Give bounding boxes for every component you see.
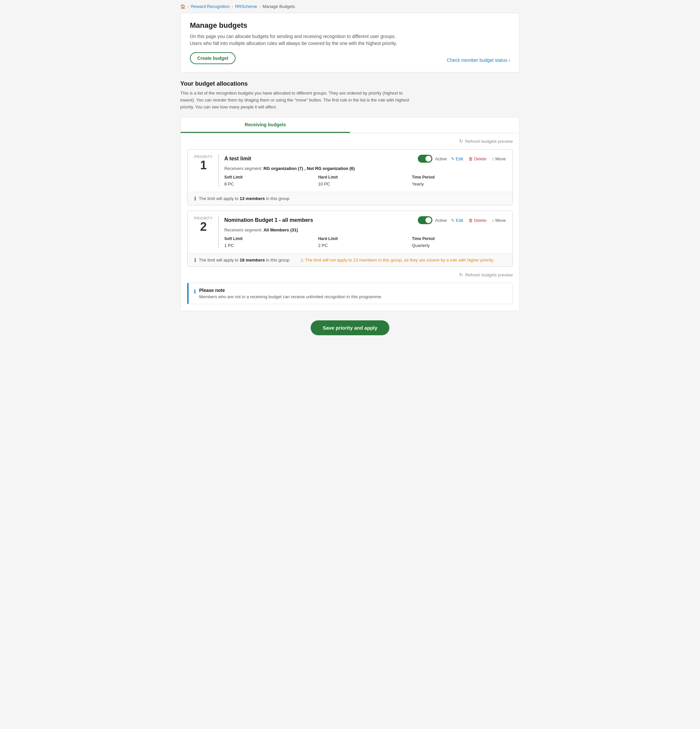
priority-col-2: Priority 2	[194, 216, 219, 248]
top-card: Manage budgets On this page you can allo…	[180, 13, 520, 73]
save-priority-apply-button[interactable]: Save priority and apply	[311, 320, 389, 335]
segment-row-2: Receivers segment: All Members (31)	[224, 228, 506, 232]
edit-button-2[interactable]: ✎ Edit	[451, 218, 463, 223]
footer-warning-2: ⚠ The limit will not apply to 13 members…	[300, 257, 494, 263]
priority-number-2: 2	[200, 221, 207, 233]
tabs-header: Receiving budgets	[180, 118, 520, 133]
delete-icon-1: 🗑	[469, 156, 473, 161]
breadcrumb: 🏠 › Reward Recognition › RRScheme › Mana…	[180, 0, 520, 13]
time-period-value-1: Yearly	[412, 182, 506, 186]
please-note-content: Please note Members who are not in a rec…	[199, 288, 383, 299]
delete-button-1[interactable]: 🗑 Delete	[469, 156, 487, 161]
budget-header-1: A test limit Active ✎ Edit	[224, 155, 506, 163]
priority-col-1: Priority 1	[194, 155, 219, 186]
soft-limit-value-1: 8 PC	[224, 182, 318, 186]
toggle-active-1[interactable]	[418, 155, 432, 163]
budget-footer-2: ℹ The limit will apply to 18 members in …	[188, 253, 512, 266]
move-button-1[interactable]: ↕ Move	[492, 156, 506, 161]
priority-number-1: 1	[200, 159, 207, 171]
time-period-header-2: Time Period	[412, 237, 506, 241]
segment-row-1: Receivers segment: RG organization (7) ,…	[224, 166, 506, 171]
budget-allocations-title: Your budget allocations	[180, 80, 520, 87]
breadcrumb-rrscheme[interactable]: RRScheme	[235, 4, 257, 9]
refresh-budgets-preview-button[interactable]: ↻ Refresh budgets preview	[459, 138, 513, 144]
hard-limit-value-2: 2 PC	[318, 243, 412, 248]
toggle-wrapper-2: Active	[418, 216, 447, 224]
budget-card-1-body: Priority 1 A test limit Active	[188, 150, 512, 192]
budget-allocations-description: This is a list of the recognition budget…	[180, 90, 415, 110]
budget-name-2: Nomination Budget 1 - all members	[224, 217, 414, 223]
budget-details-2: Nomination Budget 1 - all members Active…	[224, 216, 506, 248]
limits-grid-1: Soft Limit Hard Limit Time Period 8 PC 1…	[224, 175, 506, 186]
delete-button-2[interactable]: 🗑 Delete	[469, 218, 487, 223]
tab-receiving-budgets[interactable]: Receiving budgets	[180, 118, 350, 133]
edit-icon-1: ✎	[451, 156, 454, 161]
budget-card-2: Priority 2 Nomination Budget 1 - all mem…	[187, 211, 513, 267]
edit-button-1[interactable]: ✎ Edit	[451, 156, 463, 161]
check-member-budget-status-link[interactable]: Check member budget status ›	[447, 58, 510, 63]
footer-text-2: The limit will apply to 18 members in th…	[199, 257, 290, 263]
please-note-box: ℹ Please note Members who are not in a r…	[187, 283, 513, 304]
refresh-icon: ↻	[459, 138, 463, 144]
budget-card-1: Priority 1 A test limit Active	[187, 149, 513, 205]
toggle-wrapper-1: Active	[418, 155, 447, 163]
toggle-label-2: Active	[435, 218, 447, 223]
time-period-header-1: Time Period	[412, 175, 506, 180]
refresh-row-bottom: ↻ Refresh budgets preview	[187, 272, 513, 277]
time-period-value-2: Quarterly	[412, 243, 506, 248]
actions-1: ✎ Edit 🗑 Delete ↕ Move	[451, 156, 506, 161]
save-btn-wrapper: Save priority and apply	[180, 320, 520, 335]
toggle-active-2[interactable]	[418, 216, 432, 224]
hard-limit-value-1: 10 PC	[318, 182, 412, 186]
actions-2: ✎ Edit 🗑 Delete ↕ Move	[451, 218, 506, 223]
move-icon-2: ↕	[492, 218, 494, 223]
home-icon[interactable]: 🏠	[180, 4, 186, 9]
budget-name-1: A test limit	[224, 156, 414, 162]
hard-limit-header-1: Hard Limit	[318, 175, 412, 180]
move-button-2[interactable]: ↕ Move	[492, 218, 506, 223]
please-note-text: Members who are not in a receiving budge…	[199, 294, 383, 299]
info-icon-1: ℹ	[194, 195, 196, 202]
footer-text-1: The limit will apply to 13 members in th…	[199, 196, 290, 201]
budget-header-2: Nomination Budget 1 - all members Active…	[224, 216, 506, 224]
page-description: On this page you can allocate budgets fo…	[190, 33, 405, 47]
refresh-budgets-preview-button-bottom[interactable]: ↻ Refresh budgets preview	[459, 272, 513, 277]
soft-limit-value-2: 1 PC	[224, 243, 318, 248]
hard-limit-header-2: Hard Limit	[318, 237, 412, 241]
soft-limit-header-1: Soft Limit	[224, 175, 318, 180]
limits-grid-2: Soft Limit Hard Limit Time Period 1 PC 2…	[224, 237, 506, 248]
edit-icon-2: ✎	[451, 218, 454, 223]
budget-footer-1: ℹ The limit will apply to 13 members in …	[188, 192, 512, 205]
refresh-row: ↻ Refresh budgets preview	[187, 138, 513, 144]
breadcrumb-reward-recognition[interactable]: Reward Recognition	[191, 4, 230, 9]
budget-details-1: A test limit Active ✎ Edit	[224, 155, 506, 186]
please-note-title: Please note	[199, 288, 383, 293]
tab-second[interactable]	[350, 118, 520, 133]
soft-limit-header-2: Soft Limit	[224, 237, 318, 241]
create-budget-button[interactable]: Create budget	[190, 52, 236, 64]
tabs-body: ↻ Refresh budgets preview Priority 1 A t…	[180, 133, 520, 311]
info-icon-2: ℹ	[194, 257, 196, 263]
tabs-container: Receiving budgets ↻ Refresh budgets prev…	[180, 117, 520, 311]
please-note-info-icon: ℹ	[194, 288, 196, 295]
delete-icon-2: 🗑	[469, 218, 473, 223]
toggle-label-1: Active	[435, 156, 447, 161]
refresh-icon-bottom: ↻	[459, 272, 463, 277]
page-title: Manage budgets	[190, 21, 510, 30]
breadcrumb-current: Manage Budgets	[263, 4, 295, 9]
move-icon-1: ↕	[492, 156, 494, 161]
budget-card-2-body: Priority 2 Nomination Budget 1 - all mem…	[188, 211, 512, 253]
